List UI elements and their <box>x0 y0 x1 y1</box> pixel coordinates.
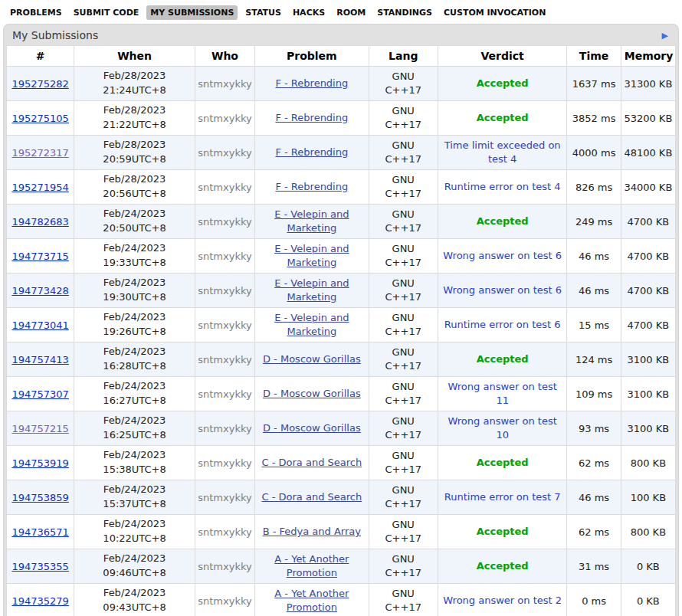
nav-item-custom-invocation[interactable]: CUSTOM INVOCATION <box>440 5 549 20</box>
when-cell: Feb/28/2023 20:59UTC+8 <box>74 136 195 170</box>
language-label: GNU C++17 <box>383 104 423 131</box>
time-cell: 46 ms <box>567 480 621 515</box>
problem-link[interactable]: F - Rebrending <box>275 180 348 194</box>
user-link[interactable]: sntmxykky <box>198 147 251 159</box>
language-label: GNU C++17 <box>383 70 423 97</box>
problem-link[interactable]: D - Moscow Gorillas <box>263 387 361 401</box>
problem-link[interactable]: B - Fedya and Array <box>263 525 361 539</box>
verdict-cell: Time limit exceeded on test 4 <box>438 136 567 170</box>
problem-link[interactable]: C - Dora and Search <box>261 456 362 470</box>
submission-id-link[interactable]: 194773041 <box>11 319 68 331</box>
submission-row: 195275105 Feb/28/2023 21:22UTC+8 sntmxyk… <box>7 101 676 136</box>
submission-time: 16:25UTC+8 <box>77 428 192 443</box>
submission-id-link[interactable]: 194753859 <box>11 492 68 503</box>
who-cell: sntmxykky <box>195 101 254 136</box>
column-header-memory: Memory <box>621 46 675 67</box>
who-cell: sntmxykky <box>195 308 254 342</box>
problem-link[interactable]: E - Velepin and Marketing <box>258 208 366 234</box>
submission-time: 20:59UTC+8 <box>77 152 192 167</box>
user-link[interactable]: sntmxykky <box>198 251 251 262</box>
memory-cell: 4700 KB <box>621 205 675 239</box>
nav-item-status[interactable]: STATUS <box>241 5 285 20</box>
problem-link[interactable]: F - Rebrending <box>275 146 348 159</box>
language-label: GNU C++17 <box>383 414 423 441</box>
lang-cell: GNU C++17 <box>369 67 438 101</box>
lang-cell: GNU C++17 <box>369 308 438 342</box>
memory-cell: 100 KB <box>621 480 675 515</box>
verdict-label: Accepted <box>477 559 529 573</box>
submission-id-link[interactable]: 194757413 <box>11 354 68 365</box>
verdict-cell: Accepted <box>438 342 567 377</box>
who-cell: sntmxykky <box>195 205 254 239</box>
nav-item-room[interactable]: ROOM <box>333 5 369 20</box>
submission-id-link[interactable]: 194757215 <box>11 423 68 434</box>
submission-row: 194757307 Feb/24/2023 16:27UTC+8 sntmxyk… <box>7 377 676 411</box>
submission-date: Feb/24/2023 <box>77 207 192 221</box>
user-link[interactable]: sntmxykky <box>198 561 251 572</box>
user-link[interactable]: sntmxykky <box>198 457 251 469</box>
nav-item-my-submissions[interactable]: MY SUBMISSIONS <box>146 5 238 20</box>
submission-id-link[interactable]: 195275282 <box>11 78 68 90</box>
nav-item-hacks[interactable]: HACKS <box>289 5 329 20</box>
verdict-label: Wrong answer on test 6 <box>443 249 562 263</box>
submission-id-link[interactable]: 194735355 <box>11 561 68 572</box>
submission-id-link[interactable]: 194773715 <box>11 251 68 262</box>
user-link[interactable]: sntmxykky <box>198 78 251 90</box>
verdict-label: Wrong answer on test 10 <box>442 414 563 441</box>
submission-time: 19:33UTC+8 <box>77 256 192 270</box>
problem-link[interactable]: A - Yet Another Promotion <box>258 587 366 614</box>
problem-link[interactable]: E - Velepin and Marketing <box>258 242 366 269</box>
user-link[interactable]: sntmxykky <box>198 182 251 193</box>
who-cell: sntmxykky <box>195 549 254 584</box>
submission-row: 195271954 Feb/28/2023 20:56UTC+8 sntmxyk… <box>7 170 676 205</box>
user-link[interactable]: sntmxykky <box>198 492 251 503</box>
submissions-table: # When Who Problem Lang Verdict Time Mem… <box>6 45 676 616</box>
time-cell: 0 ms <box>567 584 621 616</box>
problem-link[interactable]: A - Yet Another Promotion <box>258 552 366 579</box>
user-link[interactable]: sntmxykky <box>198 285 251 297</box>
submission-time: 09:46UTC+8 <box>77 566 192 581</box>
user-link[interactable]: sntmxykky <box>198 423 251 434</box>
problem-link[interactable]: E - Velepin and Marketing <box>258 277 366 303</box>
user-link[interactable]: sntmxykky <box>198 319 251 331</box>
submission-id-link[interactable]: 195272317 <box>11 147 68 159</box>
submission-id-link[interactable]: 194735279 <box>11 595 68 607</box>
submission-id-link[interactable]: 194757307 <box>11 388 68 400</box>
nav-item-standings[interactable]: STANDINGS <box>373 5 436 20</box>
time-cell: 249 ms <box>567 205 621 239</box>
submission-date: Feb/24/2023 <box>77 483 192 497</box>
time-cell: 93 ms <box>567 411 621 446</box>
user-link[interactable]: sntmxykky <box>198 595 251 607</box>
user-link[interactable]: sntmxykky <box>198 113 251 124</box>
verdict-cell: Wrong answer on test 6 <box>438 274 567 308</box>
verdict-label: Time limit exceeded on test 4 <box>442 139 563 165</box>
submission-id-link[interactable]: 194782683 <box>11 216 68 228</box>
user-link[interactable]: sntmxykky <box>198 388 251 400</box>
problem-link[interactable]: E - Velepin and Marketing <box>258 311 366 338</box>
who-cell: sntmxykky <box>195 342 254 377</box>
user-link[interactable]: sntmxykky <box>198 216 251 228</box>
problem-link[interactable]: D - Moscow Gorillas <box>263 421 361 435</box>
problem-link[interactable]: D - Moscow Gorillas <box>263 352 361 366</box>
problem-link[interactable]: C - Dora and Search <box>261 490 362 504</box>
submission-id-link[interactable]: 194773428 <box>11 285 68 297</box>
submission-row: 194736571 Feb/24/2023 10:22UTC+8 sntmxyk… <box>7 515 676 549</box>
panel-caption: My Submissions ▶ <box>6 25 676 45</box>
user-link[interactable]: sntmxykky <box>198 354 251 365</box>
when-cell: Feb/24/2023 16:28UTC+8 <box>74 342 195 377</box>
problem-link[interactable]: F - Rebrending <box>275 111 348 125</box>
submission-id-link[interactable]: 194736571 <box>11 526 68 538</box>
nav-item-submit-code[interactable]: SUBMIT CODE <box>70 5 143 20</box>
problem-cell: A - Yet Another Promotion <box>255 549 369 584</box>
submission-row: 194735355 Feb/24/2023 09:46UTC+8 sntmxyk… <box>7 549 676 584</box>
submission-id-link[interactable]: 195275105 <box>11 113 68 124</box>
submission-id-link[interactable]: 195271954 <box>11 182 68 193</box>
nav-item-problems[interactable]: PROBLEMS <box>6 5 66 20</box>
user-link[interactable]: sntmxykky <box>198 526 251 538</box>
submission-id-link[interactable]: 194753919 <box>11 457 68 469</box>
who-cell: sntmxykky <box>195 584 254 616</box>
when-cell: Feb/28/2023 21:22UTC+8 <box>74 101 195 136</box>
problem-link[interactable]: F - Rebrending <box>275 77 348 90</box>
submission-date: Feb/28/2023 <box>77 103 192 118</box>
collapse-arrow-icon[interactable]: ▶ <box>661 31 670 41</box>
